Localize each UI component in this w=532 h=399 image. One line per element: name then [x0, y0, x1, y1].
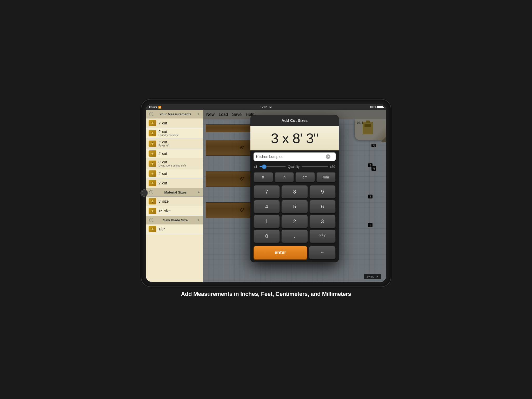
item-label: 4' cut [158, 151, 167, 156]
material-info-icon[interactable]: i [149, 190, 153, 194]
saw-section-header: i Saw Blade Size + [146, 216, 203, 224]
tape-measure-icon [149, 170, 156, 177]
list-item[interactable]: 7' cut [146, 118, 203, 128]
tape-measure-icon [149, 120, 156, 126]
quantity-max-label: x50 [330, 165, 335, 169]
unit-cm-button[interactable]: cm [295, 172, 315, 182]
tape-measure-icon [149, 161, 156, 167]
key-8[interactable]: 8 [281, 185, 308, 198]
key-5[interactable]: 5 [281, 200, 308, 213]
quantity-slider-right[interactable] [302, 166, 328, 167]
key-7[interactable]: 7 [254, 185, 280, 198]
item-label: 1/8" [158, 227, 165, 231]
battery-fill [377, 106, 383, 108]
backspace-button[interactable]: ← [309, 246, 336, 259]
tape-measure-icon [149, 208, 156, 214]
tape-measure-icon [149, 198, 156, 204]
list-item[interactable]: 8' cut Living room behind sofa [146, 158, 203, 169]
home-button-inner [142, 191, 146, 195]
key-2[interactable]: 2 [281, 215, 308, 228]
list-item[interactable]: 2' cut [146, 178, 203, 188]
item-label: 9' cut [158, 130, 179, 134]
key-decimal[interactable]: . [281, 230, 308, 243]
input-clear-button[interactable]: ✕ [326, 154, 330, 159]
measurements-info-icon[interactable]: i [149, 112, 153, 116]
tape-measure-icon [149, 226, 156, 232]
modal-header: Add Cut Sizes [250, 115, 339, 126]
measurements-section-header: i Your Measurements + [146, 110, 203, 118]
wifi-icon: 📶 [158, 106, 161, 109]
item-sublabel: Living room behind sofa [158, 164, 186, 167]
battery-bar [377, 106, 383, 108]
list-item[interactable]: 8' size [146, 197, 203, 206]
carrier-label: Carrier [149, 106, 157, 109]
list-item[interactable]: 4' cut [146, 169, 203, 178]
quantity-slider[interactable] [260, 166, 286, 167]
list-item[interactable]: 9' cut Laundry backside [146, 128, 203, 138]
left-panel: i Your Measurements + 7' cut 9' cut Laun… [146, 110, 203, 282]
material-section-header: i Material Sizes + [146, 188, 203, 197]
key-3[interactable]: 3 [309, 215, 336, 228]
bottom-caption: Add Measurements in Inches, Feet, Centim… [176, 287, 356, 300]
saw-info-icon[interactable]: i [149, 218, 153, 222]
item-label: 5' cut [158, 140, 169, 144]
saw-title: Saw Blade Size [153, 218, 198, 222]
action-row: enter ← [250, 244, 339, 262]
add-saw-button[interactable]: + [198, 218, 200, 222]
right-panel: New Load Save Help 6' 6' 6' [203, 110, 386, 282]
add-measurement-button[interactable]: + [198, 112, 200, 116]
item-label: 7' cut [158, 121, 167, 125]
status-bar: Carrier 📶 12:07 PM 100% [146, 104, 386, 110]
item-sublabel: Laundry backside [158, 134, 179, 137]
item-label: 8' size [158, 199, 169, 203]
enter-button[interactable]: enter [254, 246, 307, 259]
unit-row: ft in cm mm [250, 171, 339, 184]
quantity-center-label: Quantity [288, 165, 300, 169]
item-label: 4' cut [158, 171, 167, 176]
carrier-info: Carrier 📶 [149, 106, 161, 109]
modal-input-row: ✕ [250, 150, 339, 163]
add-material-button[interactable]: + [198, 190, 200, 194]
unit-in-button[interactable]: in [275, 172, 294, 182]
input-wrapper: ✕ [254, 152, 336, 161]
add-cut-sizes-modal: Add Cut Sizes 3 x 8' 3" ✕ x1 [250, 115, 339, 262]
measurements-title: Your Measurements [153, 112, 198, 116]
cut-name-input[interactable] [254, 152, 336, 161]
quantity-thumb[interactable] [262, 164, 267, 169]
main-content: i Your Measurements + 7' cut 9' cut Laun… [146, 110, 386, 282]
device-screen: Carrier 📶 12:07 PM 100% i Your Measureme… [146, 104, 386, 282]
list-item[interactable]: 5' cut Foyer left [146, 138, 203, 149]
modal-display-value: 3 x 8' 3" [271, 130, 318, 146]
list-item[interactable]: 16' size [146, 206, 203, 216]
key-1[interactable]: 1 [254, 215, 280, 228]
material-title: Material Sizes [153, 190, 198, 194]
list-item[interactable]: 1/8" [146, 224, 203, 234]
key-0[interactable]: 0 [254, 230, 280, 243]
key-4[interactable]: 4 [254, 200, 280, 213]
device-frame: Carrier 📶 12:07 PM 100% i Your Measureme… [141, 99, 391, 287]
modal-title: Add Cut Sizes [282, 118, 308, 123]
status-time: 12:07 PM [261, 106, 272, 109]
numpad: 7 8 9 4 5 6 1 2 3 0 . x / y [250, 184, 339, 244]
home-button[interactable] [141, 189, 148, 197]
unit-ft-button[interactable]: ft [254, 172, 273, 182]
item-sublabel: Foyer left [158, 144, 169, 147]
key-fraction[interactable]: x / y [309, 230, 336, 243]
modal-display: 3 x 8' 3" [250, 126, 339, 150]
list-item[interactable]: 4' cut [146, 149, 203, 158]
tape-measure-icon [149, 141, 156, 147]
battery-percentage: 100% [370, 106, 376, 109]
quantity-min-label: x1 [254, 165, 257, 169]
tape-measure-icon [149, 180, 156, 186]
item-label: 16' size [158, 209, 171, 213]
tape-measure-icon [149, 130, 156, 136]
modal-overlay: Add Cut Sizes 3 x 8' 3" ✕ x1 [203, 110, 386, 282]
key-9[interactable]: 9 [309, 185, 336, 198]
item-label: 2' cut [158, 181, 167, 185]
quantity-row: x1 Quantity x50 [250, 163, 339, 171]
unit-mm-button[interactable]: mm [316, 172, 336, 182]
tape-measure-icon [149, 150, 156, 157]
battery-indicator: 100% [370, 106, 383, 109]
item-label: 8' cut [158, 160, 186, 164]
key-6[interactable]: 6 [309, 200, 336, 213]
